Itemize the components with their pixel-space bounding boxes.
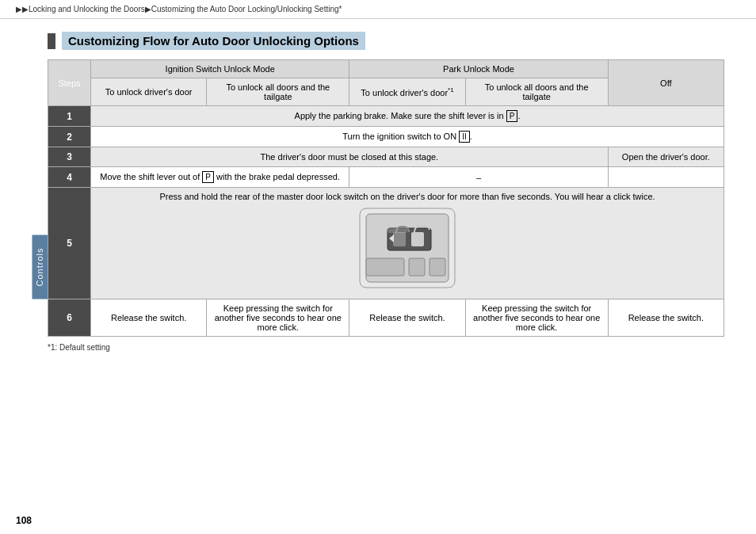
table-header-row-1: Steps Ignition Switch Unlock Mode Park U… xyxy=(48,60,724,78)
step-num: 5 xyxy=(48,188,91,299)
svg-rect-8 xyxy=(430,258,445,276)
step6-col1: Release the switch. xyxy=(91,299,207,337)
col4-header: To unlock all doors and the tailgate xyxy=(465,78,608,106)
svg-rect-9 xyxy=(388,228,407,233)
col2-header: To unlock all doors and the tailgate xyxy=(207,78,349,106)
breadcrumb: ▶▶Locking and Unlocking the Doors▶Custom… xyxy=(0,0,756,19)
step5-content: Press and hold the rear of the master do… xyxy=(91,188,724,299)
table-row: 4 Move the shift lever out of P with the… xyxy=(48,167,724,188)
section-title: Customizing Flow for Auto Door Unlocking… xyxy=(48,32,724,50)
section-title-text: Customizing Flow for Auto Door Unlocking… xyxy=(62,32,365,50)
svg-rect-3 xyxy=(393,232,406,246)
content-area: Customizing Flow for Auto Door Unlocking… xyxy=(0,19,756,364)
off-header: Off xyxy=(608,60,724,106)
step3-main: The driver's door must be closed at this… xyxy=(91,147,609,167)
table-row: 3 The driver's door must be closed at th… xyxy=(48,147,724,167)
step4-main: Move the shift lever out of P with the b… xyxy=(91,167,349,188)
flow-table: Steps Ignition Switch Unlock Mode Park U… xyxy=(48,59,724,337)
step1-content: Apply the parking brake. Make sure the s… xyxy=(91,106,724,127)
svg-rect-4 xyxy=(411,232,424,246)
park-header: Park Unlock Mode xyxy=(349,60,608,78)
p-indicator: P xyxy=(506,110,518,122)
step-num: 3 xyxy=(48,147,91,167)
title-accent-bar xyxy=(48,33,55,49)
step5-text: Press and hold the rear of the master do… xyxy=(97,192,718,201)
table-row: 1 Apply the parking brake. Make sure the… xyxy=(48,106,724,127)
step6-col2: Keep pressing the switch for another fiv… xyxy=(207,299,349,337)
step6-col5: Release the switch. xyxy=(608,299,724,337)
ii-indicator: II xyxy=(459,131,470,143)
table-row: 6 Release the switch. Keep pressing the … xyxy=(48,299,724,337)
step4-off xyxy=(608,167,724,188)
step-num: 2 xyxy=(48,127,91,147)
step4-dash: – xyxy=(349,167,608,188)
step3-off: Open the driver's door. xyxy=(608,147,724,167)
page-number: 108 xyxy=(16,515,32,526)
col3-header: To unlock driver's door*1 xyxy=(349,78,465,106)
ignition-header: Ignition Switch Unlock Mode xyxy=(91,60,349,78)
step-num: 4 xyxy=(48,167,91,188)
step-num: 1 xyxy=(48,106,91,127)
step2-content: Turn the ignition switch to ON II. xyxy=(91,127,724,147)
step6-col3: Release the switch. xyxy=(349,299,465,337)
step6-col4: Keep pressing the switch for another fiv… xyxy=(465,299,608,337)
table-row: 5 Press and hold the rear of the master … xyxy=(48,188,724,299)
svg-rect-6 xyxy=(366,258,404,276)
door-lock-illustration xyxy=(344,204,471,292)
table-row: 2 Turn the ignition switch to ON II. xyxy=(48,127,724,147)
p-indicator2: P xyxy=(202,171,214,183)
col1-header: To unlock driver's door xyxy=(91,78,207,106)
page-wrapper: ▶▶Locking and Unlocking the Doors▶Custom… xyxy=(0,0,756,534)
svg-rect-7 xyxy=(409,258,425,276)
steps-header: Steps xyxy=(48,60,91,106)
footnote: *1: Default setting xyxy=(48,343,724,352)
step-num: 6 xyxy=(48,299,91,337)
